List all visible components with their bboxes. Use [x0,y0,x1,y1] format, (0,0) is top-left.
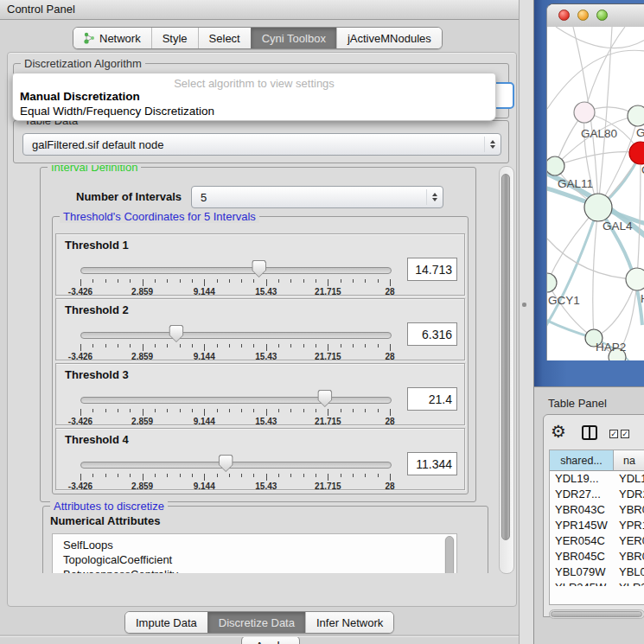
slider-track[interactable] [80,462,392,469]
checkbox-icon[interactable]: ✓ [621,430,629,438]
close-traffic-light-icon[interactable] [558,10,570,21]
node-label-gal11: GAL11 [558,177,593,190]
table-row[interactable]: YBL079WYBL0 [550,565,644,581]
slider-ticks [80,474,390,481]
threshold-label: Threshold 1 [65,239,129,252]
threshold-label: Threshold 4 [65,433,129,446]
slider-track[interactable] [80,267,392,274]
network-node-gal4[interactable] [584,194,612,221]
column-header-name[interactable]: na [614,450,644,471]
divider-handle-icon[interactable] [522,303,526,307]
tab-label: jActiveMNodules [348,32,431,45]
network-canvas[interactable]: GAL80 GA C GAL11 GAL4 GCY1 H HAP2 [547,27,644,360]
tab-label: Select [209,32,240,45]
settings-vertical-scrollbar[interactable] [499,166,514,574]
threshold-panel-1: Threshold 1-3.4262.8599.14415.4321.71528… [55,233,465,296]
table-row[interactable]: YBR043CYBR0 [550,503,644,519]
table-row[interactable]: YDL19...YDL1 [550,472,644,488]
table-data-combo[interactable]: galFiltered.sif default node [22,133,501,156]
number-of-intervals-combo[interactable]: 5 [191,186,443,208]
slider-ticks [80,344,390,352]
network-node-top-right[interactable] [628,105,644,126]
threshold-slider: -3.4262.8599.14415.4321.71528 [80,390,390,424]
attribute-item-topologicalcoefficient[interactable]: TopologicalCoefficient [53,552,456,567]
slider-track[interactable] [80,397,392,404]
algorithm-option-manual[interactable]: Manual Discretization [20,90,140,103]
node-label-gal4: GAL4 [603,220,633,233]
gear-icon[interactable]: ⚙ [551,423,566,440]
threshold-value-field[interactable]: 11.344 [407,452,457,475]
cell-shared-name: YBR043C [550,503,614,519]
numerical-attributes-list[interactable]: SelfLoopsTopologicalCoefficientBetweenne… [52,533,457,573]
zoom-traffic-light-icon[interactable] [596,10,608,21]
network-node-gal80[interactable] [574,102,595,123]
thresholds-group-title: Threshold's Coordinates for 5 Intervals [60,210,259,223]
table-row[interactable]: YBR045CYBR0 [550,550,644,565]
slider-track[interactable] [80,332,392,339]
slider-thumb[interactable] [252,260,266,277]
slider-thumb[interactable] [219,455,233,472]
table-horizontal-scrollbar[interactable] [549,609,644,619]
table-row[interactable]: YPR145WYPR1 [550,519,644,534]
tab-label: Cyni Toolbox [262,32,326,45]
split-columns-icon[interactable] [582,425,597,440]
node-label-ga: GA [636,126,644,139]
attributes-list-scrollbar[interactable] [444,536,455,573]
network-node-h[interactable] [626,268,644,290]
table-row[interactable]: YDR27...YDR2 [550,488,644,503]
network-node-gcy1[interactable] [547,273,557,292]
checkbox-icon[interactable]: ✓ [609,430,618,438]
tab-style[interactable]: Style [151,28,198,48]
threshold-label: Threshold 3 [65,368,129,381]
algorithm-dropdown-popup: Select algorithm to view settings Manual… [12,73,496,121]
node-label-hap2: HAP2 [596,341,626,354]
discretization-algorithm-group-title: Discretization Algorithm [21,57,145,70]
combo-spinner-icon [426,189,443,205]
threshold-value-field[interactable]: 21.4 [407,387,457,411]
cell-name: YBR0 [614,550,644,565]
table-data-combo-value: galFiltered.sif default node [23,138,484,151]
column-header-shared[interactable]: shared... [550,450,614,471]
algorithm-option-equal-width[interactable]: Equal Width/Frequency Discretization [20,105,214,118]
tab-impute-data[interactable]: Impute Data [125,612,207,633]
slider-thumb[interactable] [169,325,183,342]
threshold-value-field[interactable]: 6.316 [407,322,457,346]
network-window-frame: GAL80 GA C GAL11 GAL4 GCY1 H HAP2 [534,0,644,386]
slider-thumb[interactable] [317,390,332,407]
tab-discretize-data[interactable]: Discretize Data [207,612,305,633]
table-row[interactable]: YER054CYER0 [550,534,644,550]
algorithm-popup-hint: Select algorithm to view settings [13,77,495,90]
threshold-panel-3: Threshold 3-3.4262.8599.14415.4321.71528… [55,363,465,425]
tab-jactivemnodules[interactable]: jActiveMNodules [336,28,442,48]
tab-select[interactable]: Select [198,28,251,48]
network-node-red[interactable] [629,142,644,164]
threshold-value-field[interactable]: 14.713 [407,258,457,281]
tab-label: Impute Data [136,616,197,629]
table-data-group: Table Data galFiltered.sif default node [13,120,509,163]
threshold-panel-4: Threshold 4-3.4262.8599.14415.4321.71528… [55,428,465,490]
attribute-item-betweennesscentrality[interactable]: BetweennessCentrality [53,567,456,573]
screen: Control Panel ✕ NetworkStyleSelectCyni T… [0,0,644,644]
tab-cyni-toolbox[interactable]: Cyni Toolbox [251,28,336,48]
table-row[interactable]: YLR345WYLR3 [550,581,644,586]
tab-label: Style [163,32,188,45]
interval-definition-group: Interval Definition Number of Intervals … [40,167,476,502]
attribute-item-selfloops[interactable]: SelfLoops [53,538,456,552]
attributes-group: Attributes to discretize Numerical Attri… [42,506,488,573]
threshold-label: Threshold 2 [65,303,129,316]
slider-ticks [80,409,390,417]
cell-shared-name: YBL079W [550,565,614,581]
minimize-traffic-light-icon[interactable] [577,10,589,21]
slider-scale-labels: -3.4262.8599.14415.4321.71528 [80,352,390,362]
cell-name: YPR1 [614,519,644,534]
network-window-titlebar[interactable] [547,4,644,28]
network-node-gal11[interactable] [547,156,564,175]
network-window: GAL80 GA C GAL11 GAL4 GCY1 H HAP2 [546,3,644,360]
tab-network[interactable]: Network [73,28,151,48]
tab-label: Discretize Data [219,616,295,629]
panel-divider[interactable] [519,0,534,644]
cell-name: YER0 [614,534,644,550]
cell-name: YDL1 [614,472,644,488]
cell-shared-name: YBR045C [550,550,614,565]
tab-infer-network[interactable]: Infer Network [305,612,393,633]
